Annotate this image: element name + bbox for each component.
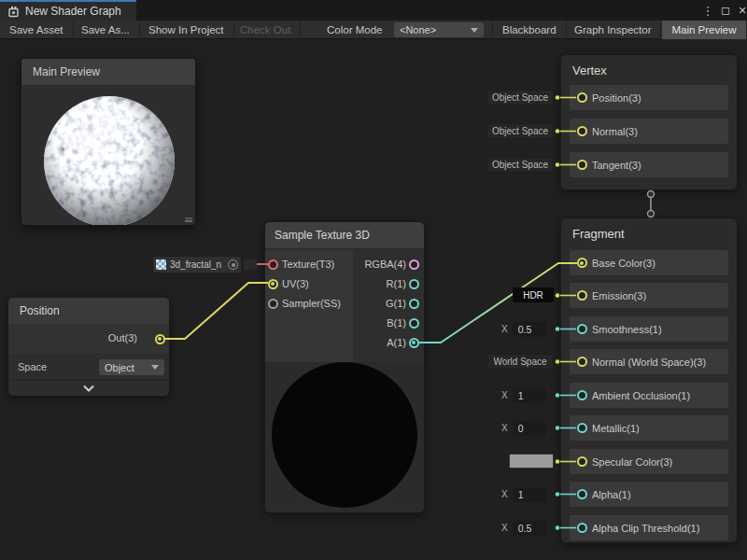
specular-color-port[interactable] [577,456,587,467]
normal-ws-port[interactable] [577,357,587,367]
metallic-port[interactable] [577,423,587,433]
metallic-field[interactable]: X 0 [501,420,546,436]
tab-bar: New Shader Graph ⋮ ◻ ✕ [0,0,747,21]
port-label: G(1) [331,297,406,310]
port-label: Alpha Clip Threshold(1) [592,523,699,534]
position-node[interactable]: Position Out(3) Space Object [7,297,170,396]
alpha-value[interactable]: 1 [513,487,546,502]
tab-new-shader-graph[interactable]: New Shader Graph [0,0,136,21]
save-as-button[interactable]: Save As... [72,21,140,39]
chevron-down-icon [471,28,478,33]
fragment-row-smoothness: Smoothness(1) [570,316,728,342]
smoothness-value[interactable]: 0.5 [513,322,546,337]
texture-object-field[interactable]: 3d_fractal_n [152,256,242,273]
alpha-clip-field[interactable]: X 0.5 [501,520,546,536]
x-label: X [501,390,508,400]
port-label: Normal(3) [592,126,638,137]
x-label: X [501,423,508,433]
port-label: Smoothness(1) [592,324,662,335]
a-port[interactable] [409,338,419,348]
main-preview-panel: Main Preview [21,58,196,226]
space-value: Object [105,362,134,373]
node-preview-sphere [272,362,417,508]
r-port[interactable] [409,279,419,289]
position-space-binding: Object Space [486,90,554,105]
object-picker-icon[interactable] [228,259,238,270]
vertex-tangent-port[interactable] [577,160,587,170]
color-swatch [510,455,553,468]
position-space-row: Space Object [8,354,169,380]
preview-sphere[interactable] [44,96,175,226]
sample-texture-header[interactable]: Sample Texture 3D [265,222,424,248]
vertex-row-normal: Normal(3) [570,119,728,144]
specular-color-swatch[interactable] [509,454,554,469]
vertex-position-port[interactable] [577,92,587,103]
fragment-row-specular-color: Specular Color(3) [570,449,728,474]
port-label: R(1) [331,277,406,290]
rgba-port[interactable] [409,259,419,270]
resize-handle[interactable] [185,217,192,222]
color-mode-dropdown[interactable]: <None> [394,22,484,37]
tab-title: New Shader Graph [25,5,121,18]
port-label: Position(3) [592,92,641,104]
space-label: Space [18,361,47,372]
graph-inspector-button[interactable]: Graph Inspector [565,21,661,39]
ambient-occlusion-port[interactable] [577,390,587,400]
position-out-port[interactable] [155,334,165,344]
x-label: X [501,324,508,334]
close-icon[interactable]: ✕ [734,0,747,21]
x-label: X [501,489,508,499]
emission-hdr-swatch[interactable]: HDR [513,287,554,302]
chevron-down-icon [151,365,159,370]
texture-port-connector [244,259,257,270]
alpha-clip-value[interactable]: 0.5 [513,521,546,536]
show-in-project-button[interactable]: Show In Project [139,21,234,39]
main-preview-header[interactable]: Main Preview [21,59,195,85]
position-out-row: Out(3) [8,324,169,354]
collapse-toggle[interactable] [8,380,169,396]
port-label: Normal (World Space)(3) [592,357,706,368]
port-label: Tangent(3) [592,160,641,171]
port-label: UV(3) [282,277,309,290]
vertex-normal-port[interactable] [577,126,587,136]
space-dropdown[interactable]: Object [99,359,164,375]
position-node-header[interactable]: Position [8,298,169,324]
main-preview-title: Main Preview [33,65,100,78]
maximize-icon[interactable]: ◻ [717,0,734,21]
alpha-clip-port[interactable] [577,523,587,533]
g-port[interactable] [409,299,419,309]
alpha-field[interactable]: X 1 [501,486,546,502]
port-label: Texture(T3) [282,258,334,271]
metallic-value[interactable]: 0 [513,421,546,436]
texture-t3-port[interactable] [268,259,278,270]
shader-graph-icon [7,6,20,18]
blackboard-button[interactable]: Blackboard [492,21,567,39]
save-asset-button[interactable]: Save Asset [0,21,74,39]
alpha-port[interactable] [577,489,587,499]
normal-ws-binding: World Space [486,354,554,370]
ambient-occlusion-value[interactable]: 1 [513,388,546,403]
b-port[interactable] [409,318,419,329]
main-preview-button[interactable]: Main Preview [662,21,747,39]
port-label: Emission(3) [592,290,646,301]
texture-name: 3d_fractal_n [170,259,224,270]
smoothness-port[interactable] [577,324,587,334]
port-label: Out(3) [108,332,137,343]
uv-port[interactable] [268,279,278,289]
base-color-port[interactable] [577,258,587,268]
ambient-occlusion-field[interactable]: X 1 [501,387,546,403]
port-label: A(1) [331,336,406,349]
tangent-space-binding: Object Space [486,157,554,173]
emission-port[interactable] [577,290,587,301]
vertex-node-title: Vertex [572,63,607,77]
check-out-button[interactable]: Check Out [231,21,301,39]
fragment-row-normal-ws: Normal (World Space)(3) [570,349,728,374]
sampler-port[interactable] [268,299,278,309]
fragment-row-alpha: Alpha(1) [570,482,728,507]
position-node-title: Position [20,304,60,317]
port-label: Specular Color(3) [592,456,672,468]
smoothness-field[interactable]: X 0.5 [501,321,546,337]
port-label: RGBA(4) [331,258,406,271]
kebab-menu-icon[interactable]: ⋮ [699,0,716,21]
fragment-node-title: Fragment [572,227,625,241]
